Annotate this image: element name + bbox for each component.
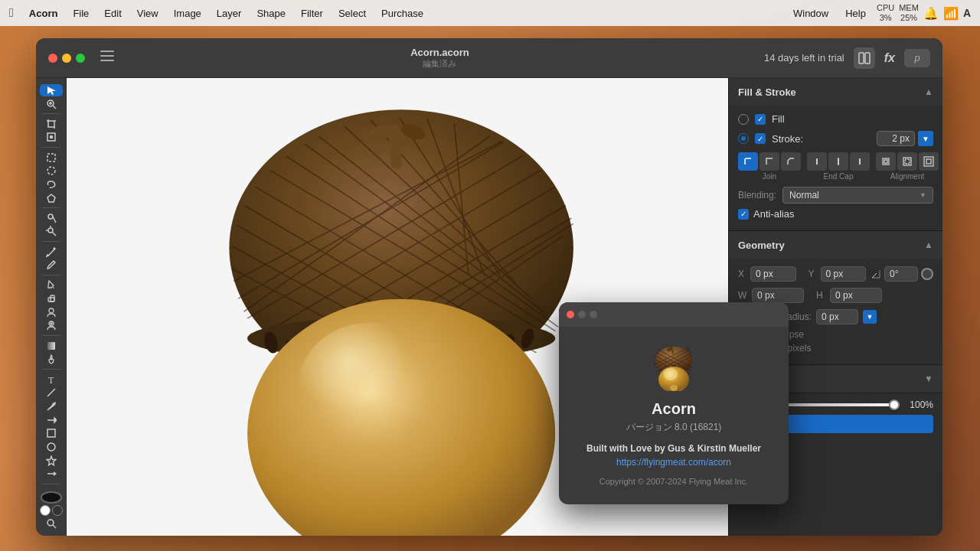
corner-radius-dropdown[interactable]: ▼	[863, 310, 877, 324]
angle-group: 0°	[871, 266, 933, 282]
poly-lasso-tool[interactable]	[40, 192, 63, 204]
fill-checkbox[interactable]: ✓	[755, 114, 766, 125]
zoom-tool[interactable]	[40, 98, 63, 110]
line-tool[interactable]	[40, 386, 63, 399]
fullscreen-button[interactable]	[76, 54, 85, 63]
magic-wand-tool[interactable]	[40, 212, 63, 224]
endcap-square-button[interactable]	[850, 152, 870, 171]
svg-line-20	[53, 217, 56, 223]
menubar-shape[interactable]: Shape	[250, 6, 292, 21]
menubar-filter[interactable]: Filter	[295, 6, 329, 21]
antialias-label: Anti-alias	[753, 208, 794, 220]
join-miter-button[interactable]	[760, 152, 779, 171]
arrow-shape-tool[interactable]	[40, 468, 63, 480]
menubar-view[interactable]: View	[131, 6, 165, 21]
stroke-dropdown[interactable]: ▼	[918, 131, 933, 146]
pencil-tool[interactable]	[40, 246, 63, 258]
align-center-button[interactable]	[897, 152, 917, 171]
transform-tool[interactable]	[40, 132, 63, 144]
angle-dial[interactable]	[921, 268, 933, 280]
brush-tool[interactable]	[40, 259, 63, 271]
h-label: H	[816, 290, 825, 301]
eraser-tool[interactable]	[40, 292, 63, 305]
opacity-thumb[interactable]	[889, 399, 900, 410]
clone-tool[interactable]	[40, 320, 63, 332]
burn-tool[interactable]	[40, 354, 63, 366]
straight-line-tool[interactable]	[40, 414, 63, 426]
svg-point-116	[670, 385, 678, 391]
rect-select-tool[interactable]	[40, 152, 63, 164]
crop-tool[interactable]	[40, 118, 63, 130]
apple-menu[interactable]: 	[9, 6, 14, 20]
magnifier-tool[interactable]	[40, 517, 63, 530]
menubar-file[interactable]: File	[67, 6, 95, 21]
pen-tool[interactable]	[40, 400, 63, 412]
menubar-layer[interactable]: Layer	[211, 6, 248, 21]
menubar-window[interactable]: Window	[787, 6, 835, 21]
sidebar-toggle-button[interactable]	[100, 51, 116, 66]
alignment-label: Alignment	[890, 172, 924, 181]
properties-button[interactable]: p	[904, 49, 930, 67]
white-swatch[interactable]	[40, 505, 51, 516]
antialias-checkbox[interactable]: ✓	[738, 209, 749, 220]
menubar-purchase[interactable]: Purchase	[375, 6, 430, 21]
menubar:  Acorn File Edit View Image Layer Shape…	[0, 0, 980, 26]
menubar-edit[interactable]: Edit	[98, 6, 127, 21]
rect-shape-tool[interactable]	[40, 427, 63, 439]
fill-radio[interactable]	[738, 114, 749, 125]
lasso-tool[interactable]	[40, 178, 63, 191]
join-buttons	[738, 152, 801, 171]
geometry-header[interactable]: Geometry ▲	[729, 231, 942, 259]
inspector-toggle-button[interactable]	[854, 47, 875, 69]
w-input[interactable]: 0 px	[752, 288, 804, 303]
quick-select-tool[interactable]	[40, 226, 63, 238]
stroke-width-input[interactable]: 2 px	[877, 131, 915, 146]
align-inner-button[interactable]	[876, 152, 896, 171]
y-label: Y	[808, 269, 816, 279]
effects-button[interactable]: fx	[884, 51, 895, 65]
black-swatch[interactable]	[52, 505, 63, 516]
svg-rect-2	[100, 60, 114, 61]
blending-select[interactable]: Normal ▼	[782, 187, 933, 204]
close-button[interactable]	[48, 54, 57, 63]
svg-point-35	[53, 403, 54, 405]
ellipse-select-tool[interactable]	[40, 165, 63, 177]
angle-input[interactable]: 0°	[884, 266, 918, 282]
portrait-tool[interactable]	[40, 306, 63, 318]
endcap-buttons	[807, 152, 870, 171]
text-tool[interactable]: T	[40, 373, 63, 386]
about-close-button[interactable]	[567, 311, 574, 318]
svg-marker-37	[54, 418, 57, 422]
align-outer-button[interactable]	[919, 152, 939, 171]
endcap-round-button[interactable]	[828, 152, 848, 171]
endcap-butt-button[interactable]	[807, 152, 827, 171]
stroke-radio[interactable]	[738, 133, 749, 144]
stroke-checkbox[interactable]: ✓	[755, 133, 766, 144]
menubar-select[interactable]: Select	[332, 6, 372, 21]
menubar-image[interactable]: Image	[168, 6, 207, 21]
fill-tool[interactable]	[40, 279, 63, 292]
svg-rect-28	[51, 295, 54, 302]
w-label: W	[738, 290, 747, 301]
join-bevel-button[interactable]	[781, 152, 801, 171]
about-minimize-button[interactable]	[578, 311, 586, 318]
star-shape-tool[interactable]	[40, 455, 63, 467]
ellipse-shape-tool[interactable]	[40, 441, 63, 453]
svg-rect-0	[100, 51, 114, 52]
y-input[interactable]: 0 px	[821, 266, 866, 282]
menubar-acorn[interactable]: Acorn	[23, 6, 64, 21]
about-fullscreen-button[interactable]	[590, 311, 597, 318]
join-round-button[interactable]	[738, 152, 758, 171]
menubar-help[interactable]: Help	[839, 6, 872, 21]
about-link[interactable]: https://flyingmeat.com/acorn	[574, 457, 773, 468]
x-input[interactable]: 0 px	[750, 266, 795, 282]
fill-stroke-header[interactable]: Fill & Stroke ▲	[729, 78, 942, 106]
h-input[interactable]: 0 px	[830, 288, 882, 303]
select-tool[interactable]	[40, 84, 63, 96]
gradient-tool[interactable]	[40, 340, 63, 352]
corner-radius-input[interactable]: 0 px	[816, 309, 858, 324]
foreground-color[interactable]	[41, 491, 62, 504]
opacity-slider[interactable]	[778, 403, 900, 406]
minimize-button[interactable]	[62, 54, 71, 63]
notification-icon[interactable]: 🔔	[923, 6, 939, 21]
